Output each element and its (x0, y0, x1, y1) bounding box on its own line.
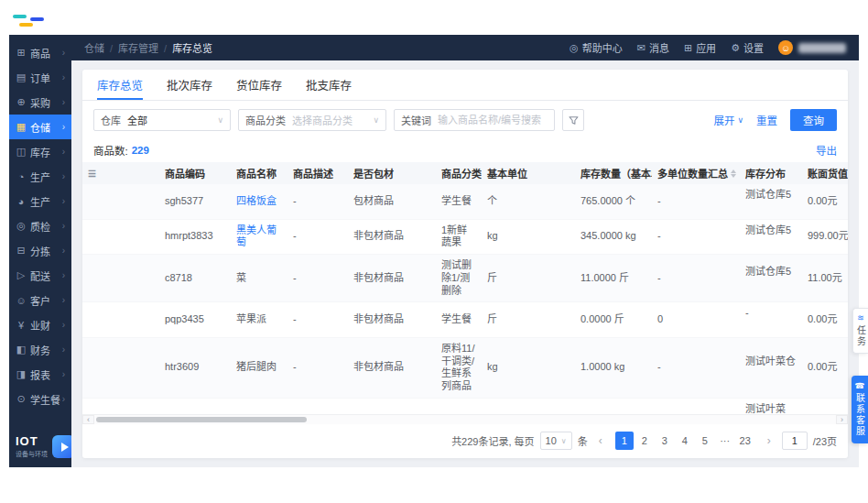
sidebar-item[interactable]: ▦ 仓储 › (9, 115, 71, 139)
product-name[interactable]: 苹果派 (236, 313, 266, 324)
cell-category: 学生餐 (436, 302, 482, 338)
sidebar-item[interactable]: ◫ 库存 › (9, 139, 71, 164)
sidebar-item[interactable]: ⊟ 分拣 › (9, 238, 71, 263)
table-row[interactable]: pqp3435 苹果派 - 非包材商品 学生餐 斤 0.0000 斤 0 - (82, 302, 848, 338)
table-row[interactable]: sgh5377 四格饭盒 - 包材商品 学生餐 个 765.0000 个 - 测… (82, 184, 848, 219)
sidebar-item[interactable]: ◕ 生产 › (9, 189, 71, 213)
table-row[interactable]: jch4593 韭菜花 - 非包材商品 蔬菜类 斤 47.0000 斤 15箱2… (82, 398, 848, 414)
column-header[interactable]: 库存数量（基本单位） (575, 162, 652, 184)
sidebar-item[interactable]: ⊕ 采购 › (9, 90, 71, 115)
topbar-action[interactable]: ⊞ 应用 (684, 40, 716, 55)
column-header[interactable]: 多单位数量汇总 (652, 162, 740, 184)
topbar-action[interactable]: ◎ 帮助中心 (570, 40, 623, 55)
pagination-total: 共229条记录, 每页 (451, 433, 534, 448)
contact-support-button[interactable]: ☎ 联系客服 (852, 376, 868, 443)
chevron-right-icon: › (62, 221, 65, 231)
sidebar-item[interactable]: ☺ 客户 › (9, 288, 71, 312)
task-panel-tab[interactable]: ≋ 任务 (852, 308, 868, 354)
cell-book-value: 999.00元 (802, 219, 848, 255)
breadcrumb-item[interactable]: 库存总览 (158, 40, 212, 55)
tab[interactable]: 批支库存 (306, 70, 352, 100)
page-size-select[interactable]: 10 ∨ (540, 432, 572, 450)
product-name[interactable]: 菜 (236, 272, 246, 283)
sidebar-item-label: 仓储 (30, 120, 50, 135)
chevron-right-icon: › (62, 394, 65, 404)
cell-quantity: 0.0000 斤 (575, 302, 652, 338)
sidebar-menu: ⊞ 商品 › ▤ 订单 › ⊕ 采购 › ▦ 仓储 (9, 35, 71, 411)
user-menu[interactable]: ☺ (778, 40, 846, 55)
table-row[interactable]: hmrpt3833 黑美人葡萄 - 非包材商品 1新鲜蔬果 kg 345.000… (82, 219, 848, 255)
topbar-action[interactable]: ⚙ 设置 (731, 40, 764, 55)
sidebar-item-icon: ▷ (16, 269, 27, 281)
column-header[interactable]: 商品名称 (231, 162, 288, 184)
sidebar-item[interactable]: ▤ 订单 › (9, 65, 71, 90)
tab[interactable]: 批次库存 (167, 70, 212, 100)
column-header[interactable]: 商品分类 (436, 162, 482, 184)
sidebar-item[interactable]: ⊙ 学生餐 › (9, 387, 71, 411)
column-header[interactable]: 是否包材 (348, 162, 436, 184)
table-row[interactable]: c8718 菜 - 非包材商品 测试删除1/测删除 斤 11.0000 斤 - … (82, 255, 848, 302)
warehouse-label: 仓库 (101, 113, 121, 127)
filter-funnel-button[interactable] (562, 109, 584, 131)
cell-code: pqp3435 (159, 302, 231, 338)
product-name[interactable]: 四格饭盒 (236, 195, 277, 206)
column-header[interactable]: 账面货值 (802, 162, 848, 184)
topbar-action-label: 设置 (743, 40, 764, 55)
page-button[interactable]: 1 (615, 432, 634, 450)
reset-button[interactable]: 重置 (756, 113, 777, 127)
inventory-table-wrap: ☰ 商品编码 (82, 162, 848, 414)
search-button[interactable]: 查询 (790, 109, 837, 131)
page-button[interactable]: 3 (656, 432, 674, 450)
scroll-left-button[interactable]: ‹ (82, 415, 94, 424)
distribution-text: 测试仓库5 (745, 266, 797, 279)
topbar-actions: ◎ 帮助中心 ✉ 消息 ⊞ 应用 ⚙ 设置 (570, 40, 846, 55)
page-button[interactable]: 2 (635, 432, 654, 450)
sidebar-item[interactable]: ⊞ 商品 › (9, 40, 71, 65)
keyword-input[interactable] (438, 115, 548, 126)
topbar-action[interactable]: ✉ 消息 (637, 40, 669, 55)
next-page-button[interactable]: › (762, 432, 776, 450)
sidebar-item[interactable]: ◎ 质检 › (9, 213, 71, 238)
column-settings-icon[interactable]: ☰ (88, 169, 96, 179)
cell-name: 黑美人葡萄 (231, 219, 288, 255)
page-button[interactable]: 23 (736, 432, 754, 450)
keyword-field: 关键词 (394, 109, 555, 131)
page-button[interactable]: ··· (716, 432, 734, 450)
tab[interactable]: 库存总览 (97, 70, 143, 100)
tab[interactable]: 货位库存 (236, 70, 282, 100)
sort-icon[interactable] (731, 169, 736, 178)
cell-category: 测试删除1/测删除 (436, 255, 482, 302)
chevron-right-icon: › (62, 97, 65, 107)
sidebar-item[interactable]: ◔ 生产 › (9, 164, 71, 189)
table-row[interactable]: htr3609 猪后腿肉 - 非包材商品 原料11/干调类/生鲜系列商品 kg … (82, 337, 848, 398)
sidebar-item[interactable]: ◧ 财务 › (9, 337, 71, 362)
sidebar-item[interactable]: ◨ 报表 › (9, 362, 71, 387)
cell-distribution: 测试叶菜仓;测试仓库5 查看详情 (740, 398, 802, 414)
category-select[interactable]: 商品分类 选择商品分类 ∨ (238, 109, 386, 131)
cell-name: 菜 (231, 255, 288, 302)
column-header[interactable]: 商品描述 (288, 162, 348, 184)
product-name[interactable]: 猪后腿肉 (236, 361, 277, 372)
breadcrumb-item[interactable]: 仓储 (84, 40, 104, 55)
sidebar-item[interactable]: ▷ 配送 › (9, 263, 71, 288)
sidebar-item[interactable]: ¥ 业财 › (9, 312, 71, 337)
column-header[interactable]: 库存分布 (740, 162, 802, 184)
column-header[interactable]: ☰ (82, 162, 159, 184)
page-button[interactable]: 5 (696, 432, 714, 450)
topbar-action-label: 应用 (696, 40, 716, 55)
warehouse-select[interactable]: 仓库 全部 ∨ (93, 109, 231, 131)
product-name[interactable]: 黑美人葡萄 (236, 224, 277, 248)
column-header[interactable]: 基本单位 (482, 162, 575, 184)
column-header[interactable]: 商品编码 (159, 162, 231, 184)
breadcrumb-item[interactable]: 库存管理 (104, 40, 158, 55)
sidebar-item-label: 配送 (30, 268, 50, 283)
prev-page-button[interactable]: ‹ (593, 432, 608, 450)
scrollbar-track[interactable] (94, 415, 836, 424)
export-button[interactable]: 导出 (816, 143, 837, 158)
sidebar-item-icon: ◕ (16, 196, 27, 207)
scroll-right-button[interactable]: › (836, 415, 848, 424)
expand-button[interactable]: 展开∨ (713, 113, 743, 127)
page-button[interactable]: 4 (676, 432, 694, 450)
scrollbar-thumb[interactable] (96, 417, 307, 422)
page-jump-input[interactable] (782, 432, 808, 450)
